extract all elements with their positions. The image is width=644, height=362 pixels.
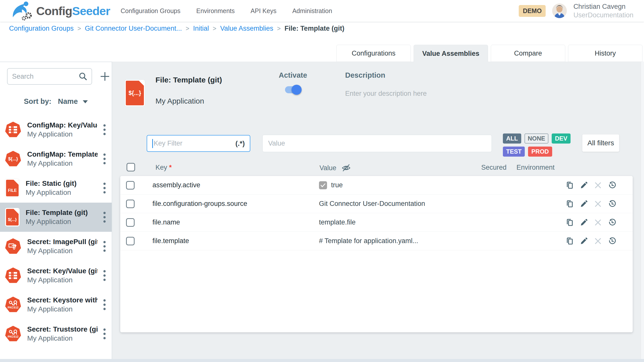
item-subtitle: My Application [27, 130, 98, 139]
table-row: assembly.active true [120, 176, 633, 195]
select-all-checkbox[interactable] [127, 163, 135, 171]
breadcrumb-environment[interactable]: Initial [193, 25, 209, 32]
item-title: Secret: ImagePull (git) [27, 237, 98, 246]
search-icon[interactable] [78, 72, 88, 81]
copy-icon[interactable] [566, 181, 574, 189]
value-assemblies-panel: ${...} File: Template (git) My Applicati… [112, 62, 644, 359]
item-menu-button[interactable] [102, 327, 107, 341]
row-actions [566, 218, 616, 227]
item-title: Secret: Keystore with ... [27, 296, 98, 305]
item-title: File: Static (git) [26, 179, 76, 188]
pkcs12-label: PKCS12 [8, 306, 19, 309]
badge-none[interactable]: NONE [525, 133, 548, 144]
value-filter-box [262, 135, 492, 152]
secret-keyvalue-icon [5, 267, 21, 284]
nav-item-configuration-groups[interactable]: Configuration Groups [121, 7, 181, 15]
sidebar-item-secret-truststore[interactable]: PKCS12 Secret: Truststore (git) My Appli… [0, 319, 112, 348]
template-glyph: ${...} [8, 156, 18, 162]
row-actions [566, 237, 616, 245]
badge-prod[interactable]: PROD [528, 147, 552, 157]
sidebar-item-secret-keystore[interactable]: PKCS12 Secret: Keystore with ... My Appl… [0, 290, 112, 319]
sidebar-item-secret-keyvalue[interactable]: Secret: Key/Value (git) My Application [0, 261, 112, 290]
all-filters-button[interactable]: All filters [582, 134, 619, 152]
edit-icon[interactable] [580, 181, 588, 189]
file-static-icon: FILE [5, 179, 20, 197]
row-value: Git Connector User-Documentation [319, 200, 566, 208]
description-input[interactable]: Enter your description here [345, 90, 427, 98]
activate-toggle[interactable] [285, 86, 301, 93]
tab-history[interactable]: History [568, 45, 642, 62]
sidebar-item-secret-imagepull[interactable]: Secret: ImagePull (git) My Application [0, 232, 112, 261]
item-menu-button[interactable] [102, 240, 107, 253]
row-value: template.file [319, 218, 566, 226]
item-menu-button[interactable] [102, 298, 107, 312]
delete-icon [594, 181, 602, 189]
breadcrumb-separator: > [213, 25, 217, 32]
breadcrumb-configuration-groups[interactable]: Configuration Groups [9, 25, 74, 32]
key-filter-input[interactable] [154, 140, 233, 147]
sidebar-item-configmap-template[interactable]: ${...} ConfigMap: Template (... My Appli… [0, 144, 112, 173]
row-key: file.name [152, 218, 319, 226]
sort-select[interactable]: Name [58, 97, 78, 105]
nav-item-administration[interactable]: Administration [292, 7, 332, 15]
edit-icon[interactable] [580, 237, 588, 245]
breadcrumb-separator: > [77, 25, 81, 32]
user-name: Christian Cavegn [573, 2, 633, 11]
row-checkbox[interactable] [126, 200, 135, 208]
sidebar-item-file-static[interactable]: FILE File: Static (git) My Application [0, 173, 112, 203]
row-checkbox[interactable] [126, 218, 135, 227]
vertical-scrollbar[interactable] [641, 62, 644, 359]
row-checkbox[interactable] [126, 237, 135, 245]
item-title: File: Template (git) [26, 208, 88, 217]
item-title: ConfigMap: Template (... [27, 150, 98, 159]
item-menu-button[interactable] [102, 269, 107, 283]
row-actions [566, 181, 616, 189]
secret-truststore-pkcs12-icon: PKCS12 [5, 326, 21, 342]
search-input[interactable] [12, 73, 78, 80]
text-cursor [152, 139, 153, 148]
tab-compare[interactable]: Compare [491, 45, 565, 62]
item-title: ConfigMap: Key/Value ... [27, 121, 98, 130]
row-key: file.configuration-groups.source [152, 200, 319, 208]
search-box [7, 68, 92, 85]
brand-title: ConfigSeeder [36, 4, 110, 18]
chevron-down-icon[interactable] [83, 100, 88, 103]
user-info[interactable]: Christian Cavegn UserDocumentation [573, 2, 633, 19]
copy-icon[interactable] [566, 218, 574, 227]
breadcrumb-value-assemblies[interactable]: Value Assemblies [220, 25, 273, 32]
value-filter-input[interactable] [268, 140, 486, 147]
nav-item-api-keys[interactable]: API Keys [251, 7, 276, 15]
tab-configurations[interactable]: Configurations [336, 45, 411, 62]
badge-dev[interactable]: DEV [552, 133, 571, 144]
item-menu-button[interactable] [102, 210, 107, 224]
history-icon[interactable] [608, 237, 616, 245]
item-menu-button[interactable] [102, 181, 107, 195]
edit-icon[interactable] [580, 200, 588, 208]
column-header-environment: Environment [516, 164, 555, 171]
copy-icon[interactable] [566, 200, 574, 208]
copy-icon[interactable] [566, 237, 574, 245]
edit-icon[interactable] [580, 218, 588, 227]
add-configuration-button[interactable] [100, 71, 110, 82]
sidebar-item-file-template[interactable]: ${...} File: Template (git) My Applicati… [0, 203, 112, 232]
history-icon[interactable] [608, 181, 616, 189]
sidebar-item-configmap-keyvalue[interactable]: ConfigMap: Key/Value ... My Application [0, 115, 112, 144]
row-checkbox[interactable] [126, 181, 135, 190]
key-filter-box: (.*) [147, 135, 250, 152]
breadcrumb-separator: > [277, 25, 281, 32]
item-menu-button[interactable] [102, 152, 107, 166]
history-icon[interactable] [608, 218, 616, 227]
main-nav: Configuration Groups Environments API Ke… [121, 7, 332, 15]
badge-all[interactable]: ALL [503, 133, 521, 144]
breadcrumb-configuration-group[interactable]: Git Connector User-Document... [85, 25, 182, 32]
history-icon[interactable] [608, 200, 616, 208]
badge-test[interactable]: TEST [503, 147, 525, 157]
eye-off-icon[interactable] [341, 164, 352, 172]
user-avatar[interactable] [552, 4, 567, 18]
demo-badge: DEMO [519, 5, 546, 17]
nav-item-environments[interactable]: Environments [196, 7, 235, 15]
item-subtitle: My Application [27, 246, 98, 255]
item-menu-button[interactable] [102, 123, 107, 137]
configseeder-app: ConfigSeeder Configuration Groups Enviro… [0, 0, 644, 362]
tab-value-assemblies[interactable]: Value Assemblies [414, 45, 488, 62]
